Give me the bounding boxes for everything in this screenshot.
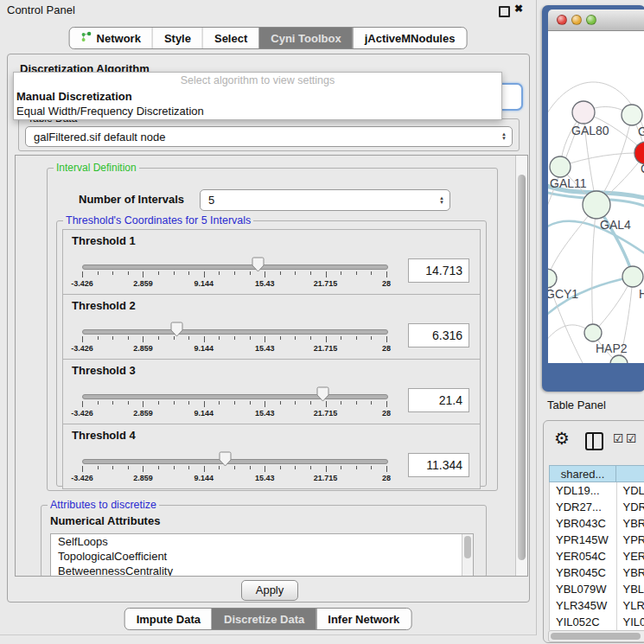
tick-label: 2.859 <box>133 279 153 288</box>
cell-shared-name[interactable]: YIL052C <box>550 614 616 630</box>
attributes-list[interactable]: SelfLoopsTopologicalCoefficientBetweenne… <box>50 533 474 577</box>
checkbox-icon[interactable]: ☑ <box>626 431 637 445</box>
table-data-combobox[interactable]: galFiltered.sif default node ▲▼ <box>25 126 513 147</box>
tick-label: -3.426 <box>71 279 93 288</box>
network-node-GAL80[interactable] <box>572 101 595 124</box>
attributes-scrollbar[interactable] <box>462 534 473 577</box>
cell-shared-name[interactable]: YBL079W <box>550 581 616 597</box>
number-of-intervals-combobox[interactable]: 5 ▲▼ <box>200 189 450 211</box>
cell-name[interactable]: YDL1 <box>616 482 644 499</box>
tab-discretize-data[interactable]: Discretize Data <box>212 609 316 629</box>
apply-button[interactable]: Apply <box>241 580 298 601</box>
column-header[interactable]: na <box>616 465 644 482</box>
close-traffic-light-icon[interactable] <box>557 15 567 25</box>
table-row[interactable]: YPR145WYPR1 <box>550 532 644 548</box>
algorithm-option[interactable]: Equal Width/Frequency Discretization <box>14 104 501 118</box>
bottom-tab-bar: Impute DataDiscretize DataInfer Network <box>124 608 412 630</box>
table-row[interactable]: YIL052CYIL0 <box>550 614 644 630</box>
tab-label: Select <box>214 32 247 45</box>
tick-label: 21.715 <box>314 279 338 288</box>
cell-shared-name[interactable]: YDL19... <box>550 482 616 499</box>
threshold-value-field[interactable]: 11.344 <box>408 453 469 477</box>
threshold-slider-track[interactable] <box>82 329 388 335</box>
cell-name[interactable]: YBR0 <box>616 515 644 532</box>
network-node-G[interactable] <box>622 105 642 125</box>
algorithm-option[interactable]: Manual Discretization <box>14 89 501 104</box>
slider-knob[interactable] <box>252 257 265 272</box>
node-label: GAL11 <box>550 176 587 190</box>
checkbox-icon[interactable]: ☑ <box>613 431 624 445</box>
cell-shared-name[interactable]: YBR045C <box>550 564 616 581</box>
network-node-GCY1[interactable] <box>548 269 557 288</box>
close-window-icon[interactable]: ✖ <box>514 3 523 15</box>
cell-shared-name[interactable]: YBR043C <box>550 515 616 532</box>
cell-name[interactable]: YDR2 <box>616 499 644 515</box>
attribute-item[interactable]: TopologicalCoefficient <box>51 549 473 564</box>
attribute-item[interactable]: BetweennessCentrality <box>51 564 473 577</box>
table-row[interactable]: YBL079WYBL0 <box>550 581 644 597</box>
panel-scrollbar[interactable] <box>515 156 527 576</box>
columns-icon[interactable] <box>585 432 603 450</box>
interval-definition-legend: Interval Definition <box>54 162 139 174</box>
network-node-H[interactable] <box>622 266 643 287</box>
cell-name[interactable]: YBR0 <box>616 564 644 581</box>
node-label: GCY1 <box>548 287 578 301</box>
network-canvas[interactable]: GAL80GCGAL11GAL4GCY1HHAP2 <box>548 31 644 363</box>
combo-stepper-icon: ▲▼ <box>439 196 444 205</box>
threshold-value-field[interactable]: 6.316 <box>408 323 469 348</box>
attributes-legend: Attributes to discretize <box>48 499 159 511</box>
slider-knob[interactable] <box>219 451 232 467</box>
slider-knob[interactable] <box>316 386 329 402</box>
threshold-value-field[interactable]: 21.4 <box>408 388 469 412</box>
network-node-partial[interactable] <box>610 355 628 363</box>
node-label: C <box>641 162 644 175</box>
tick-label: 2.859 <box>133 409 153 418</box>
settings-scroll-panel: Interval Definition Number of Intervals … <box>15 155 528 577</box>
network-window-titlebar[interactable] <box>548 10 644 31</box>
tab-jactivemnodules[interactable]: jActiveMNodules <box>353 28 467 48</box>
tab-label: Impute Data <box>137 613 201 626</box>
tab-style[interactable]: Style <box>152 28 202 48</box>
tab-network[interactable]: Network <box>70 28 152 48</box>
table-row[interactable]: YLR345WYLR3 <box>550 597 644 614</box>
cell-name[interactable]: YPR1 <box>616 532 644 548</box>
threshold-slider-track[interactable] <box>82 265 388 270</box>
table-row[interactable]: YBR045CYBR0 <box>550 564 644 581</box>
network-node-HAP2[interactable] <box>584 324 602 341</box>
threshold-panel-4: Threshold 4-3.4262.8599.14415.4321.71528… <box>62 424 481 489</box>
cell-name[interactable]: YLR3 <box>616 597 644 614</box>
tab-select[interactable]: Select <box>202 28 258 48</box>
cell-shared-name[interactable]: YLR345W <box>550 597 616 614</box>
threshold-slider-track[interactable] <box>82 394 388 399</box>
cell-shared-name[interactable]: YDR27... <box>550 499 616 515</box>
table-row[interactable]: YBR043CYBR0 <box>550 515 644 532</box>
threshold-panel-2: Threshold 2-3.4262.8599.14415.4321.71528… <box>62 294 481 360</box>
threshold-value-field[interactable]: 14.713 <box>408 258 469 283</box>
table-row[interactable]: YDR27...YDR2 <box>550 499 644 515</box>
cell-shared-name[interactable]: YER054C <box>550 548 616 564</box>
attribute-item[interactable]: SelfLoops <box>51 534 473 549</box>
table-row[interactable]: YER054CYER0 <box>550 548 644 564</box>
table-horizontal-scrollbar[interactable] <box>548 630 644 642</box>
tab-impute-data[interactable]: Impute Data <box>125 609 212 629</box>
tab-infer-network[interactable]: Infer Network <box>316 609 411 629</box>
network-node-GAL4[interactable] <box>583 191 610 219</box>
cell-name[interactable]: YER0 <box>616 548 644 564</box>
cell-shared-name[interactable]: YPR145W <box>550 532 616 548</box>
algorithm-dropdown-popup: Select algorithm to view settings Manual… <box>13 72 502 120</box>
slider-tick-labels: -3.4262.8599.14415.4321.71528 <box>82 344 386 353</box>
float-window-icon[interactable] <box>499 6 510 17</box>
gear-icon[interactable]: ⚙ <box>554 428 570 449</box>
minimize-traffic-light-icon[interactable] <box>571 15 582 25</box>
cell-name[interactable]: YBL0 <box>616 581 644 597</box>
column-header[interactable]: shared... <box>549 465 616 482</box>
slider-knob[interactable] <box>170 322 183 337</box>
tick-label: 28 <box>382 409 391 418</box>
cell-name[interactable]: YIL0 <box>616 614 644 630</box>
zoom-traffic-light-icon[interactable] <box>586 15 596 25</box>
tick-label: 2.859 <box>133 344 153 353</box>
table-row[interactable]: YDL19...YDL1 <box>550 482 644 499</box>
tab-cyni-toolbox[interactable]: Cyni Toolbox <box>258 28 352 48</box>
threshold-slider-track[interactable] <box>82 459 388 464</box>
network-node-GAL11[interactable] <box>550 156 571 177</box>
